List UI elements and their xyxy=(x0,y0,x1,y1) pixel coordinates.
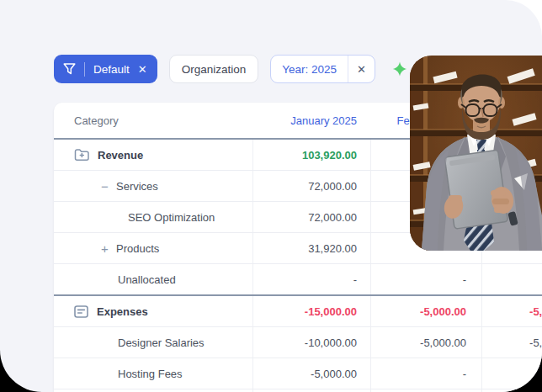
table-row-unallocated: Unallocated-- xyxy=(54,264,542,296)
collapse-toggle-icon[interactable]: − xyxy=(101,180,116,193)
value-cell: -10,000.00 xyxy=(252,327,370,358)
ai-sparkle-icon[interactable] xyxy=(392,61,407,77)
value-cell: -5,000.00 xyxy=(370,327,481,358)
table-row-designer-salaries: Designer Salaries-10,000.00-5,000.00-5,0… xyxy=(54,327,542,358)
filter-chip-year[interactable]: Year: 2025 ✕ xyxy=(270,55,375,83)
row-label: Unallocated xyxy=(118,273,176,286)
table-row-hosting-fees: Hosting Fees-5,000.00- xyxy=(54,358,542,389)
row-label: SEO Optimization xyxy=(128,211,215,224)
row-label: Products xyxy=(116,242,159,255)
row-label: Services xyxy=(116,180,158,193)
value-cell: -5,000.00 xyxy=(481,327,542,358)
filter-bar: Default ✕ Organization Year: 2025 ✕ xyxy=(54,55,407,83)
app-canvas: Default ✕ Organization Year: 2025 ✕ Cate… xyxy=(0,0,542,392)
value-cell: 103,920.00 xyxy=(252,140,370,170)
filter-chip-organization-label: Organization xyxy=(182,63,247,76)
value-cell: 72,000.00 xyxy=(252,171,370,201)
value-cell: -5,000.00 xyxy=(370,296,481,326)
value-cell: - xyxy=(370,264,481,294)
value-cell: 31,920.00 xyxy=(252,233,370,263)
filter-chip-default[interactable]: Default ✕ xyxy=(54,55,157,83)
folder-plus-icon xyxy=(74,148,89,162)
value-cell: -5,000.00 xyxy=(252,358,370,389)
column-header-category: Category xyxy=(54,114,252,127)
value-cell xyxy=(481,264,542,294)
expand-toggle-icon[interactable]: + xyxy=(101,242,116,255)
journal-icon xyxy=(74,305,88,318)
category-cell: Designer Salaries xyxy=(54,327,252,358)
value-cell: -15,000.00 xyxy=(252,296,370,326)
table-row-expenses[interactable]: Expenses-15,000.00-5,000.00-5,000.00 xyxy=(54,296,542,327)
category-cell: Hosting Fees xyxy=(54,358,252,389)
filter-funnel-icon xyxy=(63,63,76,75)
value-cell: - xyxy=(252,264,370,294)
filter-chip-default-label: Default xyxy=(93,63,130,76)
category-cell: +Products xyxy=(54,233,252,263)
remove-year-filter-icon[interactable]: ✕ xyxy=(348,63,375,76)
row-label: Hosting Fees xyxy=(118,368,183,380)
category-cell: −Services xyxy=(54,171,252,201)
filter-chip-organization[interactable]: Organization xyxy=(169,55,259,83)
category-cell: Expenses xyxy=(54,296,252,326)
row-label: Designer Salaries xyxy=(118,336,205,349)
value-cell: - xyxy=(370,358,481,389)
remove-default-filter-icon[interactable]: ✕ xyxy=(138,63,147,76)
person-photo xyxy=(410,56,542,251)
chip-divider xyxy=(84,62,85,77)
category-cell: Revenue xyxy=(54,140,252,170)
filter-chip-year-label: Year: 2025 xyxy=(271,63,348,76)
value-cell: 72,000.00 xyxy=(252,202,370,232)
row-label: Revenue xyxy=(98,149,143,162)
value-cell: -5,000.00 xyxy=(481,296,542,326)
column-header-january-2025[interactable]: January 2025 xyxy=(252,114,370,127)
value-cell xyxy=(481,358,542,389)
row-label: Expenses xyxy=(97,305,148,318)
category-cell: Unallocated xyxy=(54,264,252,294)
category-cell: SEO Optimization xyxy=(54,202,252,232)
